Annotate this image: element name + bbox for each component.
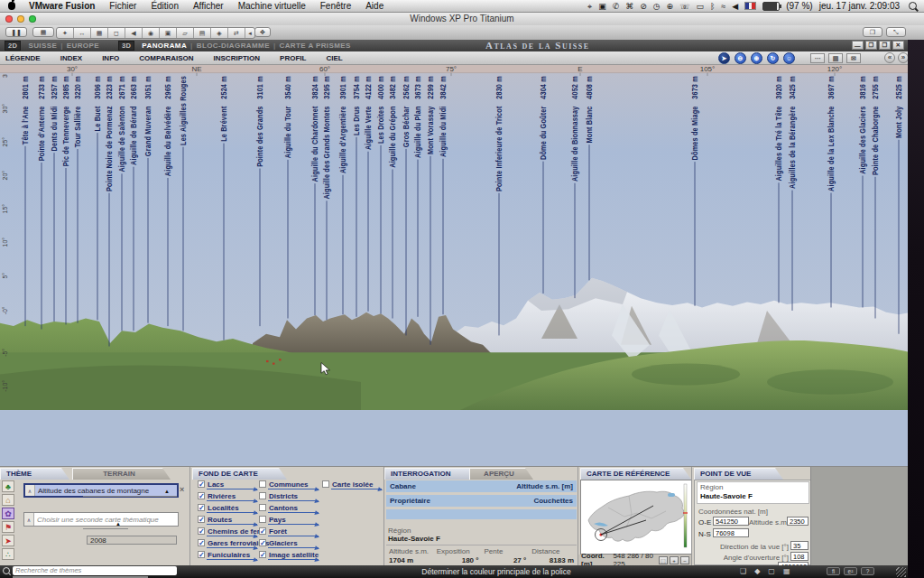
fullscreen-icon[interactable]: ↔ — [74, 28, 91, 38]
direction-field[interactable]: 35 — [790, 541, 808, 550]
combo-caret-icon[interactable]: ∧ — [24, 513, 34, 526]
security-icon[interactable]: ◈ — [211, 28, 228, 38]
layer-slider[interactable] — [268, 547, 319, 548]
font-button[interactable]: fi — [827, 567, 840, 575]
pointer-tool-button[interactable]: ➤ — [718, 52, 730, 64]
sound-icon[interactable]: ◀ — [125, 28, 143, 38]
export-icon[interactable]: ❏ — [740, 567, 746, 575]
usb-icon[interactable]: ▱ — [177, 28, 194, 38]
minimize-button[interactable]: — — [852, 41, 864, 50]
measure-button[interactable]: ⋯ — [810, 53, 825, 63]
theme-combo-2[interactable]: ∧ Choisir une seconde carte thématique — [23, 512, 179, 527]
time-machine-icon[interactable]: ◷ — [653, 0, 661, 13]
mail-button[interactable]: ✉ — [846, 53, 861, 63]
rotate-button[interactable]: ↻ — [767, 52, 779, 64]
zoom-out-button[interactable]: ⊖ — [735, 52, 746, 64]
layout-button[interactable]: ▤ — [828, 53, 843, 63]
menu-item-profil[interactable]: PROFIL — [280, 54, 306, 62]
layer-slider[interactable] — [207, 547, 257, 548]
vm-window-icon[interactable]: ▣ — [598, 0, 606, 13]
layer-slider[interactable] — [207, 512, 257, 513]
pause-button[interactable]: ❚❚ — [5, 27, 27, 37]
layer-slider[interactable] — [268, 489, 319, 489]
cabins-theme-icon[interactable]: ⌂ — [2, 494, 14, 506]
checkbox-carte-isolee[interactable] — [322, 480, 329, 488]
nav-item-panorama[interactable]: PANORAMA — [139, 42, 189, 50]
checkbox-districts[interactable] — [259, 492, 266, 499]
mac-menu-afficher[interactable]: Afficher — [186, 1, 231, 11]
display-icon[interactable]: ▭ — [696, 0, 704, 13]
shield-icon[interactable]: ◆ — [754, 567, 760, 575]
snapshots-icon[interactable]: ▦ — [91, 28, 108, 38]
checkbox-lacs[interactable]: ✓ — [198, 480, 205, 488]
document-icon[interactable]: ▢ — [768, 567, 775, 575]
apple-menu-icon[interactable] — [8, 2, 15, 10]
layer-slider[interactable] — [268, 524, 319, 525]
snapshot-button[interactable]: ▦ — [32, 27, 54, 37]
mobile-phone-icon[interactable]: ✆ — [613, 0, 620, 13]
pv-alt-field[interactable]: 2350 — [787, 517, 808, 526]
mac-menu-fichier[interactable]: Fichier — [102, 1, 143, 11]
cd-icon[interactable]: ◉ — [143, 28, 160, 38]
checkbox-funiculaires[interactable]: ✓ — [198, 551, 205, 558]
pv-region-value[interactable]: Haute-Savoie F — [700, 492, 753, 500]
crosshair-icon[interactable]: ⌖ — [587, 0, 592, 13]
sync-icon[interactable]: ⇄ — [228, 28, 245, 38]
nav-item-carte-a-prismes[interactable]: CARTE A PRISMES — [277, 42, 354, 50]
spotlight-icon[interactable] — [909, 2, 917, 10]
menu-item-info[interactable]: INFO — [102, 54, 119, 62]
software-update-icon[interactable]: ⊕ — [667, 0, 674, 13]
do-not-disturb-icon[interactable]: ⊘ — [640, 0, 647, 13]
help-button[interactable]: ? — [861, 567, 874, 575]
layer-slider[interactable] — [207, 489, 257, 489]
theme-slider-2[interactable] — [83, 528, 128, 529]
oe-field[interactable]: 541250 — [713, 517, 749, 526]
transport-theme-icon[interactable]: ➤ — [2, 535, 14, 546]
flora-theme-icon[interactable]: ✿ — [2, 508, 14, 519]
extent-button[interactable]: ⬚ — [659, 556, 668, 564]
layer-slider[interactable] — [268, 500, 319, 501]
nav-item-bloc-diagramme[interactable]: BLOC-DIAGRAMME — [194, 42, 273, 50]
layer-slider[interactable] — [207, 559, 257, 560]
angle-field[interactable]: 108 — [790, 552, 808, 561]
layer-slider[interactable] — [331, 489, 382, 489]
checkbox-routes[interactable]: ✓ — [198, 516, 205, 523]
layer-slider[interactable] — [207, 524, 257, 525]
panorama-view[interactable]: Tête à l'Ane 2801 mPointe d'Anterne 2733… — [0, 65, 908, 466]
year-field[interactable]: 2008 — [87, 536, 177, 545]
tab-terrain[interactable]: TERRAIN — [72, 468, 171, 480]
snapshot-corner-button[interactable]: ❐ — [863, 27, 882, 37]
checkbox-foret[interactable]: ✓ — [259, 527, 266, 535]
mac-menu-edition[interactable]: Édition — [143, 1, 186, 11]
layer-slider[interactable] — [268, 512, 319, 513]
volume-icon[interactable]: ◀ — [732, 0, 738, 13]
menu-item-comparaison[interactable]: COMPARAISON — [139, 54, 193, 62]
layer-slider[interactable] — [268, 559, 319, 560]
menu-item-ciel[interactable]: CIEL — [326, 54, 342, 62]
close-button[interactable]: ✕ — [892, 41, 904, 50]
zoom-in-map-button[interactable]: + — [670, 556, 679, 564]
handset-icon[interactable]: ☏ — [679, 0, 689, 13]
nav-item-europe[interactable]: EUROPE — [64, 42, 102, 50]
zoom-in-button[interactable]: ⊕ — [751, 52, 762, 64]
checkbox-communes[interactable] — [259, 480, 266, 488]
unity-button[interactable]: ✥ — [254, 27, 271, 37]
checkbox-rivieres[interactable]: ✓ — [198, 492, 205, 499]
printer-icon[interactable]: ▦ — [783, 567, 790, 575]
checkbox-chemins-de-fer[interactable]: ✓ — [198, 527, 205, 535]
camera-icon[interactable]: ▣ — [160, 28, 177, 38]
restore-button[interactable]: ❐ — [865, 41, 877, 50]
ns-field[interactable]: 76098 — [713, 528, 749, 537]
forest-theme-icon[interactable]: ♣ — [2, 480, 14, 492]
maximize-button[interactable]: ❐ — [879, 41, 891, 50]
combo-caret-icon[interactable]: ∧ — [25, 485, 35, 496]
printer-icon[interactable]: ▤ — [194, 28, 211, 38]
menu-item-legende[interactable]: LÉGENDE — [5, 54, 41, 62]
bluetooth-icon[interactable]: ᛒ — [710, 0, 715, 13]
mac-menu-machine-virtuelle[interactable]: Machine virtuelle — [231, 1, 313, 11]
mac-menu-aide[interactable]: Aide — [358, 1, 391, 11]
layer-slider[interactable] — [207, 500, 257, 501]
settings-icon[interactable]: ✦ — [57, 28, 74, 38]
zoom-out-map-button[interactable]: − — [680, 556, 689, 564]
switzerland-map[interactable] — [580, 480, 692, 555]
